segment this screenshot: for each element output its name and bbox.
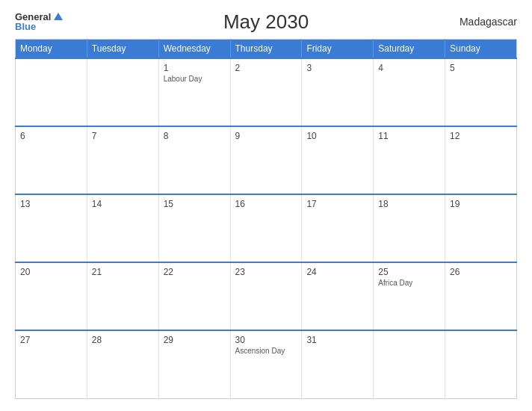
table-row: 23 (230, 262, 302, 330)
table-row: 30Ascension Day (230, 330, 302, 398)
day-number: 10 (306, 131, 368, 141)
col-tuesday: Tuesday (87, 40, 158, 59)
table-row: 3 (302, 58, 374, 126)
table-row: 24 (302, 262, 374, 330)
logo: General Blue (15, 12, 63, 31)
table-row: 9 (230, 126, 302, 194)
table-row: 17 (302, 194, 374, 262)
day-number: 12 (450, 131, 512, 141)
table-row: 4 (374, 58, 445, 126)
table-row: 26 (445, 262, 517, 330)
day-number: 23 (235, 267, 297, 277)
calendar-week-row: 27282930Ascension Day31 (16, 330, 517, 398)
col-thursday: Thursday (230, 40, 302, 59)
table-row (445, 330, 517, 398)
table-row: 28 (87, 330, 158, 398)
calendar-week-row: 6789101112 (16, 126, 517, 194)
table-row: 12 (445, 126, 517, 194)
table-row: 14 (87, 194, 158, 262)
day-number: 1 (164, 63, 226, 73)
day-number: 16 (235, 199, 297, 209)
calendar-title: May 2030 (223, 10, 309, 34)
table-row: 6 (16, 126, 87, 194)
table-row: 29 (158, 330, 230, 398)
day-number: 17 (306, 199, 368, 209)
day-number: 21 (92, 267, 154, 277)
day-number: 13 (20, 199, 82, 209)
day-number: 19 (450, 199, 512, 209)
day-number: 24 (306, 267, 368, 277)
col-monday: Monday (16, 40, 87, 59)
day-number: 26 (450, 267, 512, 277)
table-row: 16 (230, 194, 302, 262)
table-row: 31 (302, 330, 374, 398)
day-number: 15 (164, 199, 226, 209)
day-number: 29 (164, 335, 226, 345)
table-row: 7 (87, 126, 158, 194)
day-number: 11 (378, 131, 440, 141)
logo-triangle-icon (54, 13, 63, 20)
table-row: 2 (230, 58, 302, 126)
day-number: 28 (92, 335, 154, 345)
country-label: Madagascar (460, 16, 517, 28)
table-row: 25Africa Day (374, 262, 445, 330)
day-number: 5 (450, 63, 512, 73)
table-row (16, 58, 87, 126)
table-row (87, 58, 158, 126)
col-saturday: Saturday (374, 40, 445, 59)
holiday-label: Africa Day (378, 279, 440, 287)
table-row: 13 (16, 194, 87, 262)
table-row (374, 330, 445, 398)
day-number: 3 (306, 63, 368, 73)
table-row: 27 (16, 330, 87, 398)
day-number: 25 (378, 267, 440, 277)
table-row: 19 (445, 194, 517, 262)
day-number: 20 (20, 267, 82, 277)
table-row: 22 (158, 262, 230, 330)
col-wednesday: Wednesday (158, 40, 230, 59)
col-friday: Friday (302, 40, 374, 59)
calendar-week-row: 1Labour Day2345 (16, 58, 517, 126)
calendar-header-row: Monday Tuesday Wednesday Thursday Friday… (16, 40, 517, 59)
header: General Blue May 2030 Madagascar (15, 12, 517, 31)
day-number: 2 (235, 63, 297, 73)
day-number: 6 (20, 131, 82, 141)
day-number: 22 (164, 267, 226, 277)
table-row: 15 (158, 194, 230, 262)
day-number: 14 (92, 199, 154, 209)
day-number: 18 (378, 199, 440, 209)
holiday-label: Ascension Day (235, 347, 297, 355)
table-row: 1Labour Day (158, 58, 230, 126)
table-row: 10 (302, 126, 374, 194)
day-number: 7 (92, 131, 154, 141)
table-row: 8 (158, 126, 230, 194)
table-row: 5 (445, 58, 517, 126)
calendar-week-row: 13141516171819 (16, 194, 517, 262)
day-number: 8 (164, 131, 226, 141)
col-sunday: Sunday (445, 40, 517, 59)
table-row: 20 (16, 262, 87, 330)
calendar-week-row: 202122232425Africa Day26 (16, 262, 517, 330)
table-row: 18 (374, 194, 445, 262)
table-row: 21 (87, 262, 158, 330)
day-number: 31 (306, 335, 368, 345)
logo-blue-text: Blue (15, 22, 63, 31)
day-number: 27 (20, 335, 82, 345)
calendar-table: Monday Tuesday Wednesday Thursday Friday… (15, 39, 517, 399)
table-row: 11 (374, 126, 445, 194)
day-number: 30 (235, 335, 297, 345)
day-number: 9 (235, 131, 297, 141)
holiday-label: Labour Day (164, 75, 226, 83)
page: General Blue May 2030 Madagascar Monday … (0, 0, 532, 411)
day-number: 4 (378, 63, 440, 73)
